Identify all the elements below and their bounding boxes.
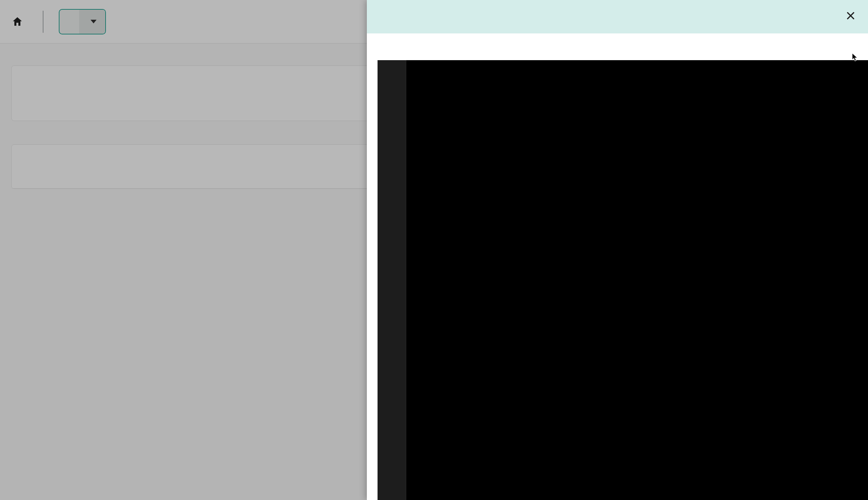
code-editor[interactable]	[378, 60, 868, 500]
panel-header	[367, 0, 868, 33]
close-icon	[845, 10, 857, 22]
yaml-panel	[367, 0, 868, 500]
close-button[interactable]	[845, 9, 857, 24]
line-gutter	[378, 60, 406, 500]
cursor-icon	[851, 53, 859, 62]
code-area[interactable]	[406, 60, 868, 500]
